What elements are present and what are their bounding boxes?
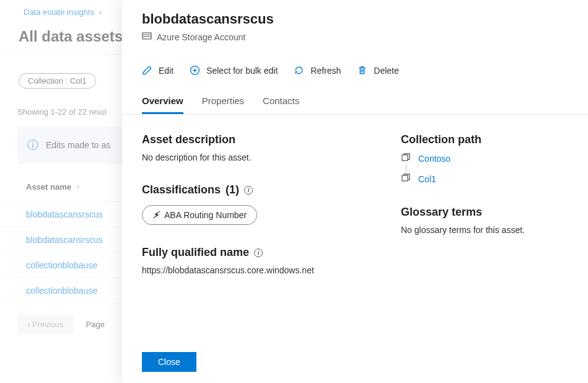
section-title: Asset description <box>142 133 364 146</box>
info-icon[interactable]: i <box>254 249 263 257</box>
svg-rect-8 <box>402 155 408 161</box>
section-text: No description for this asset. <box>142 152 364 162</box>
section-collection-path: Collection path Contoso Col1 <box>401 133 568 185</box>
collection-link[interactable]: Contoso <box>418 154 450 164</box>
edit-button[interactable]: Edit <box>142 65 173 76</box>
lightning-icon: ⚡︎ <box>152 209 159 221</box>
section-title: Glossary terms <box>401 206 568 219</box>
svg-rect-9 <box>402 175 408 181</box>
detail-panel: blobdatascansrscus Azure Storage Account… <box>122 0 588 383</box>
close-button[interactable]: Close <box>142 352 196 372</box>
collection-icon <box>401 152 411 164</box>
edit-icon <box>142 65 152 76</box>
trash-icon <box>357 65 367 76</box>
fqn-text: https://blobdatascansrscus.core.windows.… <box>142 265 364 275</box>
tab-contacts[interactable]: Contacts <box>263 92 299 114</box>
section-glossary: Glossary terms No glossary terms for thi… <box>401 206 568 235</box>
tab-properties[interactable]: Properties <box>202 92 244 114</box>
classification-chip[interactable]: ⚡︎ ABA Routing Number <box>142 205 257 225</box>
toolbar: Edit Select for bulk edit Refresh Delete <box>122 46 588 86</box>
info-icon[interactable]: i <box>244 186 253 195</box>
panel-subtitle: Azure Storage Account <box>157 32 245 42</box>
refresh-button[interactable]: Refresh <box>294 65 341 76</box>
tab-overview[interactable]: Overview <box>142 92 183 114</box>
collection-path-item: Contoso <box>401 152 568 164</box>
section-asset-description: Asset description No description for thi… <box>142 133 364 162</box>
section-title: Fully qualified name i <box>142 246 364 259</box>
select-bulk-button[interactable]: Select for bulk edit <box>190 65 278 76</box>
collection-link[interactable]: Col1 <box>418 174 436 184</box>
panel-title: blobdatascansrscus <box>142 11 568 27</box>
section-title: Collection path <box>401 133 568 146</box>
path-divider <box>406 164 406 173</box>
section-text: No glossary terms for this asset. <box>401 225 568 235</box>
section-title: Classifications (1) i <box>142 183 364 196</box>
svg-rect-0 <box>143 33 151 39</box>
collection-path-item: Col1 <box>401 173 568 185</box>
delete-button[interactable]: Delete <box>357 65 398 76</box>
collection-icon <box>401 173 411 185</box>
storage-account-icon <box>142 31 152 43</box>
section-classifications: Classifications (1) i ⚡︎ ABA Routing Num… <box>142 183 364 225</box>
tabs: Overview Properties Contacts <box>122 86 588 115</box>
refresh-icon <box>294 65 304 76</box>
plus-circle-icon <box>190 65 200 76</box>
section-fqn: Fully qualified name i https://blobdatas… <box>142 246 364 275</box>
